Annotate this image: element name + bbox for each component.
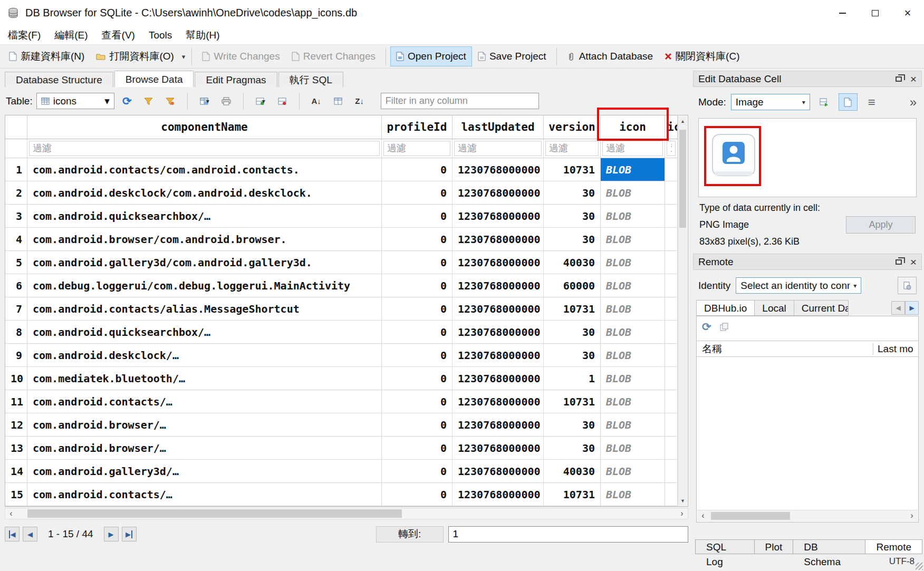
remote-column-lastmodified[interactable]: Last mo [873, 343, 918, 355]
cell-componentname[interactable]: com.android.contacts/com.android.contact… [27, 158, 382, 181]
sort-descending-button[interactable]: Z↓ [351, 92, 369, 110]
cell-componentname[interactable]: com.android.browser/… [27, 437, 382, 460]
cell-profileid[interactable]: 0 [382, 274, 453, 297]
tab-scroll-right-icon[interactable]: ▶ [905, 301, 919, 315]
filter-componentname-input[interactable] [29, 141, 380, 156]
tab-edit-pragmas[interactable]: Edit Pragmas [195, 72, 277, 87]
cell-icon[interactable]: BLOB [601, 321, 665, 344]
column-header-version[interactable]: version [544, 115, 601, 139]
cell-lastupdated[interactable]: 1230768000000 [453, 181, 544, 205]
scroll-right-icon[interactable]: › [676, 508, 688, 519]
menu-help[interactable]: 幫助(H) [179, 28, 226, 42]
column-header-componentname[interactable]: componentName [27, 115, 382, 139]
menu-view[interactable]: 查看(V) [95, 28, 142, 42]
minimize-button[interactable] [826, 0, 859, 26]
cell-profileid[interactable]: 0 [382, 367, 453, 390]
remote-horizontal-scrollbar[interactable]: ‹ › [697, 510, 918, 521]
new-database-button[interactable]: 新建資料庫(N) [3, 45, 90, 67]
tab-execute-sql[interactable]: 執行 SQL [278, 72, 343, 87]
cell-version[interactable]: 40030 [544, 460, 601, 483]
cell-lastupdated[interactable]: 1230768000000 [453, 460, 544, 483]
filter-overflow-input[interactable] [667, 141, 676, 156]
sort-ascending-button[interactable]: A↓ [307, 92, 325, 110]
cell-version[interactable]: 30 [544, 321, 601, 344]
column-header-profileid[interactable]: profileId [382, 115, 453, 139]
cell-componentname[interactable]: com.android.contacts/… [27, 483, 382, 506]
filter-profileid-input[interactable] [383, 141, 450, 156]
save-project-button[interactable]: Save Project [472, 46, 552, 66]
cell-icon[interactable]: BLOB [601, 251, 665, 274]
tab-current-database[interactable]: Current Dat [794, 300, 849, 316]
cell-version[interactable]: 30 [544, 344, 601, 367]
last-record-button[interactable]: ▶ [122, 527, 137, 541]
cell-version[interactable]: 10731 [544, 390, 601, 413]
clone-database-icon[interactable] [720, 321, 729, 333]
grid-vertical-scrollbar[interactable]: ▲ ▼ [678, 116, 687, 506]
text-view-button[interactable]: ≡ [862, 93, 881, 111]
cell-lastupdated[interactable]: 1230768000000 [453, 297, 544, 321]
table-select[interactable]: icons ▾ [36, 93, 114, 109]
cell-componentname[interactable]: com.android.gallery3d/com.android.galler… [27, 251, 382, 274]
scroll-down-icon[interactable]: ▼ [678, 496, 687, 506]
cell-lastupdated[interactable]: 1230768000000 [453, 413, 544, 437]
cell-profileid[interactable]: 0 [382, 181, 453, 205]
horizontal-scroll-thumb[interactable] [27, 509, 402, 518]
cell-componentname[interactable]: com.android.deskclock/com.android.deskcl… [27, 181, 382, 205]
close-button[interactable]: × [891, 0, 924, 26]
float-panel-icon[interactable] [896, 259, 902, 265]
cell-version[interactable]: 30 [544, 228, 601, 251]
cell-componentname[interactable]: com.android.contacts/… [27, 390, 382, 413]
open-database-button[interactable]: 打開資料庫(O) [90, 45, 179, 67]
cell-icon[interactable]: BLOB [601, 483, 665, 506]
mode-select[interactable]: Image ▾ [731, 94, 810, 110]
cell-componentname[interactable]: com.android.contacts/alias.MessageShortc… [27, 297, 382, 321]
cell-icon[interactable]: BLOB [601, 413, 665, 437]
cell-lastupdated[interactable]: 1230768000000 [453, 437, 544, 460]
cell-componentname[interactable]: com.android.quicksearchbox/… [27, 321, 382, 344]
close-panel-icon[interactable]: × [910, 73, 917, 84]
cell-componentname[interactable]: com.android.gallery3d/… [27, 460, 382, 483]
cell-profileid[interactable]: 0 [382, 460, 453, 483]
cell-profileid[interactable]: 0 [382, 390, 453, 413]
import-data-button[interactable] [815, 93, 834, 111]
revert-changes-button[interactable]: Revert Changes [286, 46, 381, 66]
tab-browse-data[interactable]: Browse Data [114, 71, 194, 87]
remote-refresh-icon[interactable]: ⟳ [702, 321, 711, 333]
cell-lastupdated[interactable]: 1230768000000 [453, 367, 544, 390]
menu-file[interactable]: 檔案(F) [1, 28, 47, 42]
toolbar-overflow-icon[interactable]: » [910, 95, 917, 110]
tab-database-structure[interactable]: Database Structure [5, 72, 113, 87]
resize-grip[interactable] [916, 563, 923, 570]
cell-icon[interactable]: BLOB [601, 460, 665, 483]
filter-lastupdated-input[interactable] [454, 141, 542, 156]
tab-local[interactable]: Local [754, 300, 794, 316]
save-filter-button[interactable] [161, 92, 179, 110]
cell-lastupdated[interactable]: 1230768000000 [453, 344, 544, 367]
tab-plot[interactable]: Plot [754, 539, 794, 554]
cell-version[interactable]: 10731 [544, 483, 601, 506]
tab-dbhub[interactable]: DBHub.io [696, 300, 755, 316]
scroll-left-icon[interactable]: ‹ [697, 510, 709, 521]
tab-remote[interactable]: Remote [865, 539, 922, 554]
identity-select[interactable]: Select an identity to conne ▾ [736, 277, 861, 294]
float-panel-icon[interactable] [896, 76, 902, 82]
cell-profileid[interactable]: 0 [382, 344, 453, 367]
cell-version[interactable]: 30 [544, 413, 601, 437]
clear-filters-button[interactable] [140, 92, 158, 110]
delete-record-button[interactable] [273, 92, 291, 110]
identity-settings-button[interactable] [898, 277, 917, 294]
table-format-button[interactable] [329, 92, 347, 110]
open-project-button[interactable]: Open Project [390, 46, 472, 66]
cell-icon[interactable]: BLOB [601, 390, 665, 413]
apply-button[interactable]: Apply [846, 216, 916, 234]
remote-column-name[interactable]: 名稱 [697, 342, 873, 356]
cell-version[interactable]: 10731 [544, 297, 601, 321]
refresh-table-button[interactable]: ⟳ [118, 92, 136, 110]
cell-profileid[interactable]: 0 [382, 205, 453, 228]
scroll-right-icon[interactable]: › [906, 510, 918, 521]
cell-lastupdated[interactable]: 1230768000000 [453, 205, 544, 228]
close-panel-icon[interactable]: × [910, 256, 917, 267]
cell-profileid[interactable]: 0 [382, 297, 453, 321]
cell-version[interactable]: 30 [544, 437, 601, 460]
tab-db-schema[interactable]: DB Schema [793, 539, 865, 554]
